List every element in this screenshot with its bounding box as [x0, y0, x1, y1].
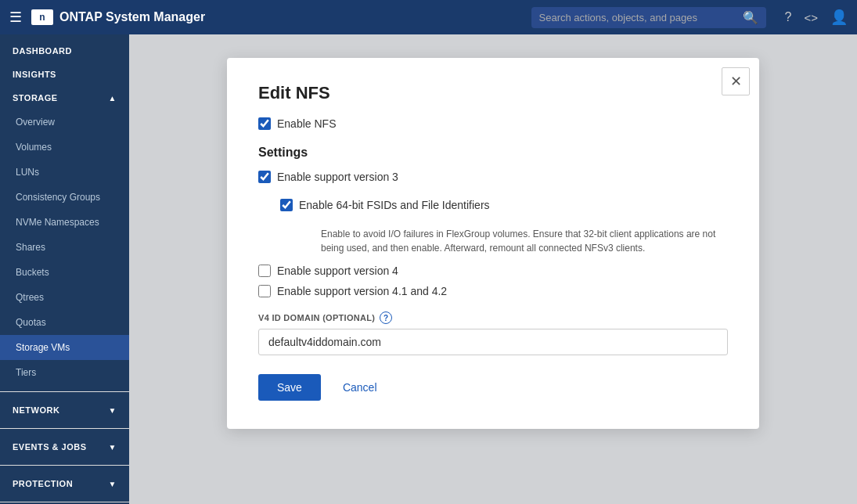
sidebar: DASHBOARD INSIGHTS STORAGE ▲ Overview Vo…: [0, 34, 129, 504]
enable-v41-checkbox[interactable]: [258, 285, 271, 297]
settings-title: Settings: [258, 146, 728, 160]
sidebar-item-storage[interactable]: STORAGE ▲: [0, 86, 129, 110]
dialog-backdrop: ✕ Edit NFS Enable NFS Settings Enable su…: [129, 34, 857, 504]
enable-64bit-section: Enable 64-bit FSIDs and File Identifiers…: [258, 199, 728, 255]
search-bar[interactable]: 🔍: [531, 7, 766, 28]
logo-icon: n: [31, 9, 53, 25]
enable-v3-label: Enable support version 3: [277, 171, 398, 183]
enable-64bit-description: Enable to avoid I/O failures in FlexGrou…: [280, 227, 728, 255]
edit-nfs-dialog: ✕ Edit NFS Enable NFS Settings Enable su…: [227, 58, 759, 429]
sidebar-item-shares[interactable]: Shares: [0, 235, 129, 260]
sidebar-item-storage-vms[interactable]: Storage VMs: [0, 335, 129, 360]
events-chevron: ▼: [109, 443, 117, 452]
search-icon[interactable]: 🔍: [743, 10, 758, 25]
nav-icons: ? <> 👤: [785, 9, 848, 26]
storage-chevron: ▲: [109, 94, 117, 103]
enable-v4-row: Enable support version 4: [258, 265, 728, 277]
sidebar-item-protection[interactable]: PROTECTION ▼: [0, 472, 129, 495]
enable-64bit-label: Enable 64-bit FSIDs and File Identifiers: [299, 199, 490, 211]
sidebar-item-buckets[interactable]: Buckets: [0, 260, 129, 285]
enable-64bit-checkbox[interactable]: [280, 199, 293, 211]
menu-icon[interactable]: ☰: [9, 9, 22, 26]
sidebar-item-events-jobs[interactable]: EVENTS & JOBS ▼: [0, 435, 129, 459]
sidebar-item-nvme-namespaces[interactable]: NVMe Namespaces: [0, 210, 129, 235]
main-content: ✕ Edit NFS Enable NFS Settings Enable su…: [129, 34, 857, 504]
help-icon[interactable]: ?: [785, 10, 792, 24]
v4-domain-help-icon[interactable]: ?: [380, 311, 392, 324]
sidebar-item-overview[interactable]: Overview: [0, 110, 129, 135]
enable-v3-row: Enable support version 3: [258, 171, 728, 183]
v4-domain-input[interactable]: [258, 329, 728, 355]
enable-nfs-row: Enable NFS: [258, 117, 728, 130]
sidebar-item-insights[interactable]: INSIGHTS: [0, 63, 129, 86]
sidebar-item-volumes[interactable]: Volumes: [0, 135, 129, 160]
app-title: ONTAP System Manager: [59, 10, 205, 24]
cancel-button[interactable]: Cancel: [330, 374, 390, 401]
dialog-title: Edit NFS: [258, 83, 728, 103]
protection-chevron: ▼: [109, 480, 117, 488]
sidebar-item-luns[interactable]: LUNs: [0, 160, 129, 185]
code-icon[interactable]: <>: [804, 11, 818, 24]
sidebar-item-quotas[interactable]: Quotas: [0, 310, 129, 335]
enable-nfs-label: Enable NFS: [277, 117, 336, 130]
sidebar-item-tiers[interactable]: Tiers: [0, 360, 129, 385]
dialog-button-row: Save Cancel: [258, 374, 728, 401]
sidebar-item-network[interactable]: NETWORK ▼: [0, 398, 129, 422]
sidebar-item-consistency-groups[interactable]: Consistency Groups: [0, 185, 129, 210]
sidebar-item-qtrees[interactable]: Qtrees: [0, 285, 129, 310]
search-input[interactable]: [539, 12, 736, 23]
enable-64bit-row: Enable 64-bit FSIDs and File Identifiers: [280, 199, 728, 211]
save-button[interactable]: Save: [258, 374, 321, 401]
v4-domain-field-label: V4 ID DOMAIN (OPTIONAL) ?: [258, 311, 728, 324]
enable-v3-checkbox[interactable]: [258, 171, 271, 183]
user-icon[interactable]: 👤: [830, 9, 848, 26]
app-logo: n ONTAP System Manager: [31, 9, 205, 25]
enable-v41-row: Enable support version 4.1 and 4.2: [258, 285, 728, 297]
enable-v4-checkbox[interactable]: [258, 265, 271, 277]
dialog-close-button[interactable]: ✕: [722, 67, 750, 95]
close-icon: ✕: [730, 73, 742, 90]
enable-nfs-checkbox[interactable]: [258, 117, 271, 130]
sidebar-item-dashboard[interactable]: DASHBOARD: [0, 39, 129, 63]
enable-v4-label: Enable support version 4: [277, 265, 398, 277]
top-navigation: ☰ n ONTAP System Manager 🔍 ? <> 👤: [0, 0, 857, 34]
network-chevron: ▼: [109, 406, 117, 415]
enable-v41-label: Enable support version 4.1 and 4.2: [277, 285, 447, 297]
